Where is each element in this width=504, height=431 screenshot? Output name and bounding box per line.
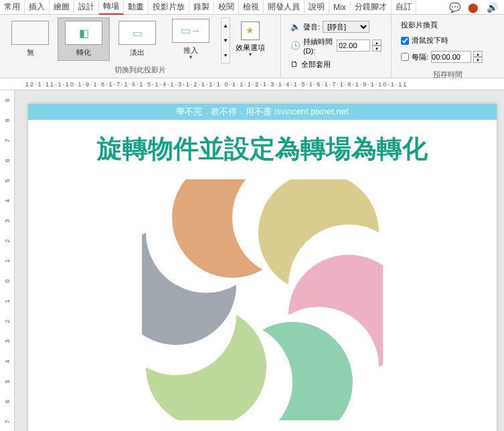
group-label-preview: 預存時間: [396, 68, 500, 80]
slide[interactable]: 學不完．教不停．用不盡 isvincent.pixnet.net 旋轉物件並設定…: [28, 104, 497, 431]
sound-label: 聲音:: [303, 22, 320, 32]
slide-canvas[interactable]: 學不完．教不停．用不盡 isvincent.pixnet.net 旋轉物件並設定…: [15, 90, 504, 431]
tab-animations[interactable]: 動畫: [124, 0, 149, 14]
tab-custom[interactable]: 自訂: [392, 0, 416, 14]
duration-label: 持續時間(D):: [303, 37, 334, 55]
apply-all-icon: [290, 60, 299, 69]
menu-tabs: 常用 插入 繪圖 設計 轉場 動畫 投影片放 錄製 校閱 檢視 開發人員 說明 …: [0, 0, 504, 15]
transition-fade[interactable]: ▭ 淡出: [111, 17, 163, 61]
workspace: 987 654 321 012 345 67 學不完．教不停．用不盡 isvin…: [0, 90, 504, 431]
transition-push[interactable]: ▭→ 推入 ▼: [165, 17, 217, 61]
transition-gallery: 無 ◧ 轉化 ▭ 淡出 ▭→ 推入 ▼: [4, 17, 217, 64]
on-click-label: 滑鼠按下時: [412, 35, 448, 46]
thumb-push: ▭→: [172, 19, 209, 43]
label-morph: 轉化: [76, 48, 91, 58]
tab-draw[interactable]: 繪圖: [50, 0, 74, 14]
on-click-checkbox[interactable]: [401, 37, 409, 45]
slide-banner: 學不完．教不停．用不盡 isvincent.pixnet.net: [28, 104, 497, 120]
tab-home[interactable]: 常用: [0, 0, 25, 14]
tab-help[interactable]: 說明: [305, 0, 329, 14]
apply-all-label: 全部套用: [301, 60, 331, 70]
tab-design[interactable]: 設計: [74, 0, 99, 14]
tab-view[interactable]: 檢視: [239, 0, 264, 14]
transition-none[interactable]: 無: [4, 17, 56, 61]
ribbon: 無 ◧ 轉化 ▭ 淡出 ▭→ 推入 ▼ ▲ ▼ ▾: [0, 15, 504, 78]
duration-input[interactable]: [337, 39, 370, 52]
after-label: 每隔:: [412, 52, 428, 62]
effect-options-icon: [241, 21, 260, 40]
group-label-transitions: 切換到此投影片: [4, 64, 276, 75]
tab-transitions[interactable]: 轉場: [99, 0, 124, 15]
tab-slideshow[interactable]: 投影片放: [149, 0, 189, 14]
chevron-down-icon: ▼: [248, 52, 253, 58]
record-icon[interactable]: ⬤: [467, 1, 480, 13]
tab-review[interactable]: 校閱: [214, 0, 239, 14]
clock-icon: [290, 41, 301, 50]
duration-spinner[interactable]: ▲▼: [372, 39, 382, 52]
tab-mix[interactable]: Mix: [329, 1, 351, 13]
after-spinner[interactable]: ▲▼: [473, 51, 483, 63]
sound-select[interactable]: [靜音]: [323, 21, 369, 33]
thumb-none: [11, 21, 49, 45]
label-fade: 淡出: [130, 48, 145, 58]
tab-record[interactable]: 錄製: [189, 0, 214, 14]
chevron-down-icon: ▼: [188, 54, 193, 60]
ruler-vertical: 987 654 321 012 345 67: [0, 90, 15, 431]
slide-title: 旋轉物件並設定為轉場為轉化: [28, 120, 497, 173]
effect-options-button[interactable]: 效果選項 ▼: [233, 17, 268, 61]
gallery-scroll[interactable]: ▲ ▼ ▾: [221, 17, 230, 64]
apply-all-button[interactable]: 全部套用: [290, 58, 382, 71]
tab-storyboard[interactable]: 分鏡腳才: [351, 0, 392, 14]
transition-morph[interactable]: ◧ 轉化: [58, 17, 110, 61]
after-input[interactable]: [431, 51, 471, 63]
advance-title: 投影片換頁: [401, 20, 495, 30]
comments-icon[interactable]: 💬: [448, 1, 461, 13]
thumb-morph: ◧: [65, 21, 102, 45]
label-none: 無: [27, 48, 34, 58]
speaker-icon[interactable]: 🔊: [485, 1, 499, 13]
sound-icon: [290, 22, 301, 31]
slide-graphic: [28, 173, 497, 427]
pinwheel-graphic: [142, 179, 383, 420]
tab-developer[interactable]: 開發人員: [264, 0, 305, 14]
after-checkbox[interactable]: [401, 53, 409, 61]
thumb-fade: ▭: [118, 21, 156, 45]
tab-insert[interactable]: 插入: [25, 0, 50, 14]
ruler-horizontal: 12·1·11·1·10·1·9·1·8·1·7·1·6·1·5·1·4·1·3…: [0, 78, 504, 90]
